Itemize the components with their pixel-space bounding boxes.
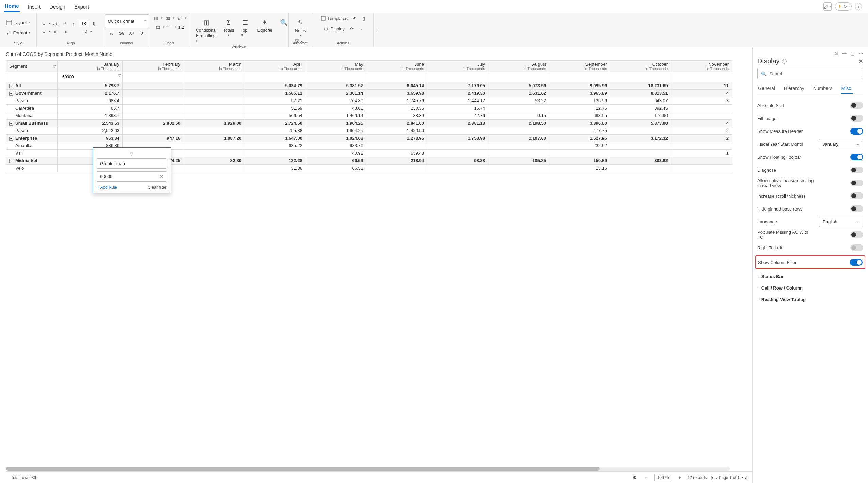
data-cell[interactable]: 82.80 [183,157,244,165]
tab-insert[interactable]: Insert [27,2,42,12]
data-cell[interactable] [671,165,732,172]
data-cell[interactable]: 1,087.20 [183,135,244,142]
data-cell[interactable] [610,127,671,135]
toggle-show-header[interactable] [850,128,863,135]
filter-operator-dropdown[interactable]: Greater than ⌄ [97,158,166,169]
panel-tab-general[interactable]: General [757,83,776,94]
data-cell[interactable] [610,165,671,172]
data-cell[interactable]: 1,745.76 [366,97,427,105]
data-cell[interactable]: 230.36 [366,105,427,112]
tab-export[interactable]: Export [74,2,90,12]
data-cell[interactable]: 105.85 [488,157,549,165]
close-icon[interactable]: ✕ [858,58,863,65]
data-cell[interactable]: 3 [671,97,732,105]
data-cell[interactable] [183,82,244,90]
data-cell[interactable] [366,165,427,172]
panel-tab-hierarchy[interactable]: Hierarchy [783,83,805,94]
data-cell[interactable]: 9,095.96 [549,82,610,90]
toggle-show-col-filter[interactable] [850,259,863,266]
data-cell[interactable]: 1,420.50 [366,127,427,135]
data-cell[interactable] [123,97,183,105]
tab-home[interactable]: Home [4,1,20,12]
data-cell[interactable]: 65.7 [58,105,123,112]
expand-collapse-icon[interactable]: − [9,159,13,163]
layout-button[interactable]: Layout▾ [4,18,32,27]
page-first-button[interactable]: |‹ [711,475,713,480]
panel-tab-misc[interactable]: Misc. [841,83,853,94]
filter-cell[interactable] [183,72,244,82]
row-label[interactable]: −Midmarket [6,157,58,165]
column-header[interactable]: Marchin Thousands [183,61,244,72]
data-cell[interactable]: 66.53 [305,165,366,172]
data-cell[interactable]: 16.74 [427,105,488,112]
stacked-chart-icon[interactable]: ▧ [176,14,183,22]
data-cell[interactable]: 66.53 [305,157,366,165]
data-cell[interactable]: 2,802.50 [123,120,183,127]
data-cell[interactable] [183,142,244,150]
align-left-icon[interactable]: ≡ [40,20,48,27]
clear-filter-link[interactable]: Clear filter [148,185,166,190]
row-label[interactable]: −All [6,82,58,90]
data-cell[interactable]: 2,724.50 [244,120,305,127]
data-cell[interactable]: 983.76 [305,142,366,150]
autofit-icon[interactable]: ⇲ [81,28,89,35]
data-cell[interactable] [366,142,427,150]
data-cell[interactable] [183,105,244,112]
indent-increase-icon[interactable]: ⇥ [61,28,68,35]
column-header[interactable]: Novemberin Thousands [671,61,732,72]
data-cell[interactable]: 764.80 [305,97,366,105]
conditional-formatting-button[interactable]: ◫ Conditional Formatting ▾ [193,16,219,44]
data-cell[interactable] [427,142,488,150]
data-cell[interactable]: 232.92 [549,142,610,150]
performance-toggle[interactable]: Off [835,2,852,11]
data-cell[interactable] [488,105,549,112]
data-cell[interactable] [183,165,244,172]
data-cell[interactable] [671,105,732,112]
data-cell[interactable] [427,165,488,172]
font-size-input[interactable] [79,20,89,27]
data-cell[interactable] [123,112,183,120]
data-cell[interactable]: 7,179.05 [427,82,488,90]
data-cell[interactable] [610,150,671,157]
data-cell[interactable] [488,150,549,157]
data-cell[interactable]: 683.4 [58,97,123,105]
data-cell[interactable] [183,150,244,157]
row-label[interactable]: −Enterprise [6,135,58,142]
data-cell[interactable]: 48.00 [305,105,366,112]
undo-icon[interactable]: ↶ [351,15,358,22]
section-cell-row-col[interactable]: ›Cell / Row / Column [757,282,863,294]
data-cell[interactable] [549,150,610,157]
stepper-icon[interactable]: ⇅ [90,20,98,27]
percent-button[interactable]: % [108,29,115,37]
data-cell[interactable]: 51.59 [244,105,305,112]
data-cell[interactable]: 1,024.68 [305,135,366,142]
decimal-dec-button[interactable]: .0− [139,29,146,37]
toggle-rtl[interactable] [850,244,863,251]
section-reading-view[interactable]: ›Reading View Tooltip [757,294,863,305]
data-cell[interactable]: 9.15 [488,112,549,120]
row-label[interactable]: Paseo [6,127,58,135]
data-cell[interactable]: 5,381.57 [305,82,366,90]
display-button[interactable]: Display [321,25,347,33]
funnel-icon[interactable]: ▽ [53,64,56,68]
data-cell[interactable]: 3,172.32 [610,135,671,142]
filter-cell[interactable] [305,72,366,82]
dropdown-fiscal-month[interactable]: January⌄ [819,139,863,149]
data-cell[interactable]: 303.82 [610,157,671,165]
row-label[interactable]: Carretera [6,105,58,112]
filter-cell-segment[interactable] [6,72,58,82]
totals-button[interactable]: Σ Totals ▾ [221,16,237,38]
toggle-native-edit[interactable] [850,180,863,186]
settings-gear-icon[interactable]: ⚙ [631,474,639,481]
bar-chart-icon[interactable]: ▥ [152,14,160,22]
toggle-diagnose[interactable] [850,167,863,173]
toggle-absolute-sort[interactable] [850,102,863,109]
expand-collapse-icon[interactable]: − [9,122,13,126]
data-cell[interactable]: 755.38 [244,127,305,135]
data-cell[interactable]: 2 [671,135,732,142]
page-prev-button[interactable]: ‹ [715,475,717,480]
data-cell[interactable] [427,150,488,157]
data-cell[interactable] [671,157,732,165]
data-cell[interactable]: 218.94 [366,157,427,165]
data-cell[interactable]: 3,965.89 [549,90,610,97]
